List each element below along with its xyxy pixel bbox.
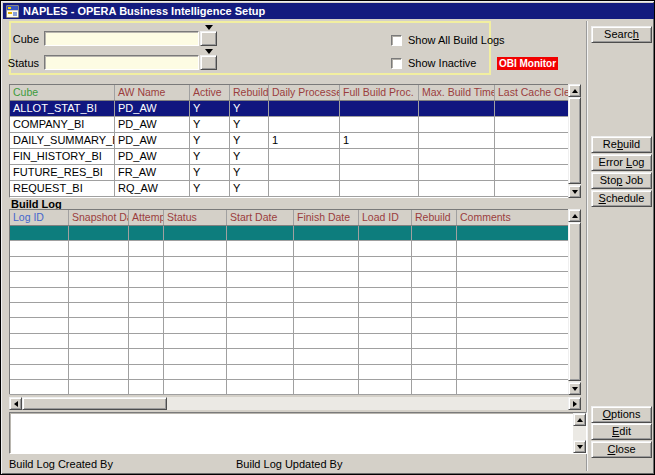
table-row[interactable] bbox=[10, 380, 569, 395]
table-cell[interactable] bbox=[164, 257, 227, 271]
table-cell[interactable] bbox=[294, 241, 359, 255]
table-cell[interactable] bbox=[269, 165, 340, 180]
table-cell[interactable] bbox=[412, 303, 457, 317]
table-cell[interactable]: DAILY_SUMMARY_BI bbox=[10, 133, 115, 148]
table-cell[interactable] bbox=[69, 349, 129, 363]
table-cell[interactable] bbox=[294, 334, 359, 348]
table-cell[interactable] bbox=[69, 365, 129, 379]
table-row[interactable]: FUTURE_RES_BIFR_AWYY bbox=[10, 165, 569, 181]
table-cell[interactable] bbox=[412, 318, 457, 332]
scroll-down-button[interactable] bbox=[568, 382, 581, 395]
table-cell[interactable]: 1 bbox=[340, 133, 419, 148]
table-cell[interactable] bbox=[269, 149, 340, 164]
stop-job-button[interactable]: Stop Job bbox=[591, 172, 652, 189]
table-cell[interactable] bbox=[359, 334, 412, 348]
table-cell[interactable] bbox=[69, 288, 129, 302]
schedule-button[interactable]: Schedule bbox=[591, 190, 652, 207]
table-cell[interactable] bbox=[457, 349, 569, 363]
table-cell[interactable] bbox=[340, 117, 419, 132]
table-cell[interactable] bbox=[294, 365, 359, 379]
table-cell[interactable] bbox=[495, 133, 569, 148]
table-cell[interactable] bbox=[412, 365, 457, 379]
table-cell[interactable] bbox=[457, 272, 569, 286]
table-cell[interactable] bbox=[227, 226, 294, 240]
table-cell[interactable] bbox=[294, 380, 359, 394]
table-row[interactable]: ALLOT_STAT_BIPD_AWYY bbox=[10, 101, 569, 117]
table-row[interactable] bbox=[10, 365, 569, 380]
table-cell[interactable] bbox=[129, 334, 164, 348]
build-log-scrollbar[interactable] bbox=[568, 209, 581, 395]
table-row[interactable] bbox=[10, 349, 569, 364]
table-cell[interactable] bbox=[419, 149, 495, 164]
build-log-hscrollbar[interactable] bbox=[9, 397, 581, 410]
column-header[interactable]: Max. Build Time bbox=[419, 85, 495, 100]
table-cell[interactable] bbox=[294, 272, 359, 286]
table-cell[interactable] bbox=[359, 241, 412, 255]
table-cell[interactable] bbox=[294, 318, 359, 332]
column-header[interactable]: Cube bbox=[10, 85, 115, 100]
table-cell[interactable] bbox=[294, 257, 359, 271]
table-cell[interactable] bbox=[69, 303, 129, 317]
table-cell[interactable] bbox=[227, 257, 294, 271]
column-header[interactable]: Active bbox=[190, 85, 230, 100]
table-cell[interactable] bbox=[457, 241, 569, 255]
table-cell[interactable] bbox=[10, 241, 69, 255]
column-header[interactable]: Daily Processes bbox=[269, 85, 340, 100]
scroll-up-button[interactable] bbox=[568, 84, 581, 97]
table-cell[interactable] bbox=[10, 318, 69, 332]
table-row[interactable]: FIN_HISTORY_BIPD_AWYY bbox=[10, 149, 569, 165]
cube-dropdown-button[interactable] bbox=[200, 31, 217, 46]
table-cell[interactable]: Y bbox=[230, 181, 269, 196]
table-cell[interactable] bbox=[269, 101, 340, 116]
table-cell[interactable] bbox=[129, 272, 164, 286]
table-cell[interactable] bbox=[294, 288, 359, 302]
table-cell[interactable] bbox=[412, 288, 457, 302]
edit-button[interactable]: Edit bbox=[591, 423, 652, 440]
scroll-up-button[interactable] bbox=[568, 209, 581, 222]
table-cell[interactable]: FR_AW bbox=[115, 165, 190, 180]
table-cell[interactable] bbox=[69, 334, 129, 348]
table-cell[interactable]: Y bbox=[230, 117, 269, 132]
table-cell[interactable] bbox=[227, 334, 294, 348]
table-cell[interactable]: Y bbox=[230, 101, 269, 116]
table-cell[interactable] bbox=[419, 101, 495, 116]
column-header[interactable]: Rebuild bbox=[412, 210, 457, 225]
table-cell[interactable] bbox=[10, 349, 69, 363]
table-cell[interactable]: Y bbox=[190, 133, 230, 148]
table-cell[interactable] bbox=[69, 257, 129, 271]
table-cell[interactable] bbox=[457, 303, 569, 317]
table-cell[interactable] bbox=[10, 257, 69, 271]
scrollbar-thumb[interactable] bbox=[22, 397, 167, 410]
title-bar[interactable]: NAPLES - OPERA Business Intelligence Set… bbox=[3, 3, 654, 19]
table-cell[interactable] bbox=[164, 349, 227, 363]
table-cell[interactable] bbox=[129, 241, 164, 255]
table-cell[interactable] bbox=[69, 318, 129, 332]
scroll-down-button[interactable] bbox=[568, 185, 581, 198]
close-button[interactable]: Close bbox=[591, 441, 652, 458]
table-cell[interactable] bbox=[457, 334, 569, 348]
table-cell[interactable] bbox=[495, 149, 569, 164]
table-cell[interactable] bbox=[419, 133, 495, 148]
table-cell[interactable] bbox=[129, 365, 164, 379]
table-cell[interactable]: PD_AW bbox=[115, 117, 190, 132]
table-cell[interactable] bbox=[129, 349, 164, 363]
table-cell[interactable] bbox=[419, 181, 495, 196]
table-cell[interactable] bbox=[269, 117, 340, 132]
show-inactive-checkbox[interactable] bbox=[391, 58, 402, 69]
table-cell[interactable] bbox=[227, 241, 294, 255]
table-cell[interactable] bbox=[269, 181, 340, 196]
column-header[interactable]: Log ID bbox=[10, 210, 69, 225]
scroll-right-button[interactable] bbox=[568, 397, 581, 410]
table-cell[interactable] bbox=[495, 165, 569, 180]
table-cell[interactable] bbox=[412, 272, 457, 286]
table-cell[interactable]: Y bbox=[190, 165, 230, 180]
table-cell[interactable] bbox=[69, 241, 129, 255]
table-cell[interactable]: Y bbox=[190, 117, 230, 132]
table-cell[interactable]: PD_AW bbox=[115, 101, 190, 116]
column-header[interactable]: Load ID bbox=[359, 210, 412, 225]
table-cell[interactable] bbox=[457, 257, 569, 271]
table-cell[interactable] bbox=[457, 318, 569, 332]
status-input[interactable] bbox=[44, 55, 199, 70]
table-cell[interactable]: PD_AW bbox=[115, 149, 190, 164]
table-cell[interactable]: PD_AW bbox=[115, 133, 190, 148]
